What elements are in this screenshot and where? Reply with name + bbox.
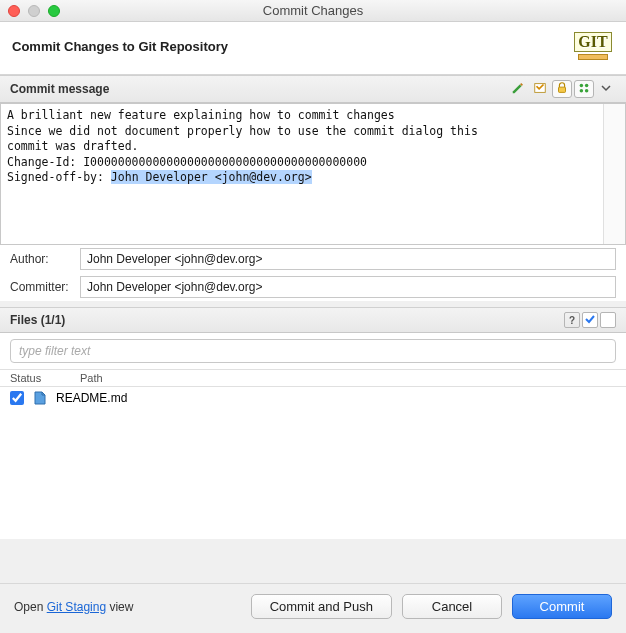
author-row: Author: — [0, 245, 626, 273]
author-label: Author: — [10, 252, 72, 266]
files-label: Files (1/1) — [10, 313, 65, 327]
commit-message-text[interactable]: A brilliant new feature explaining how t… — [1, 104, 603, 244]
signoff-button[interactable] — [530, 80, 550, 98]
check-icon — [585, 313, 595, 327]
commit-message-label: Commit message — [10, 82, 109, 96]
help-button[interactable]: ? — [564, 312, 580, 328]
dialog-header: Commit Changes to Git Repository GIT — [0, 22, 626, 75]
files-filter-input[interactable] — [10, 339, 616, 363]
amend-icon — [511, 81, 525, 98]
commit-and-push-button[interactable]: Commit and Push — [251, 594, 392, 619]
footer-open-staging: Open Git Staging view — [14, 600, 241, 614]
commit-button[interactable]: Commit — [512, 594, 612, 619]
amend-commit-button[interactable] — [508, 80, 528, 98]
file-row-checkbox[interactable] — [10, 391, 24, 405]
files-toolbar: ? — [564, 312, 616, 328]
footer-text-pre: Open — [14, 600, 47, 614]
msg-line: Since we did not document properly how t… — [7, 124, 597, 140]
svg-point-2 — [580, 83, 584, 87]
author-input[interactable] — [80, 248, 616, 270]
lock-icon — [555, 81, 569, 98]
file-icon — [32, 390, 48, 406]
files-table: Status Path README.md — [0, 369, 626, 539]
signoff-prefix: Signed-off-by: — [7, 170, 111, 184]
files-table-header: Status Path — [0, 370, 626, 387]
footer-text-post: view — [106, 600, 133, 614]
window-title: Commit Changes — [0, 3, 626, 18]
msg-line: Signed-off-by: John Developer <john@dev.… — [7, 170, 597, 186]
committer-input[interactable] — [80, 276, 616, 298]
cancel-button[interactable]: Cancel — [402, 594, 502, 619]
uncheck-all-button[interactable] — [600, 312, 616, 328]
svg-point-5 — [585, 88, 589, 92]
git-logo: GIT — [572, 28, 614, 64]
git-logo-bar — [578, 54, 608, 60]
msg-line: A brilliant new feature explaining how t… — [7, 108, 597, 124]
git-staging-link[interactable]: Git Staging — [47, 600, 106, 614]
svg-point-4 — [580, 88, 584, 92]
col-path[interactable]: Path — [80, 372, 616, 384]
page-title: Commit Changes to Git Repository — [12, 39, 228, 54]
more-options-button[interactable] — [596, 80, 616, 98]
msg-line: commit was drafted. — [7, 139, 597, 155]
chevron-down-icon — [601, 82, 611, 96]
file-path: README.md — [56, 391, 127, 405]
table-row[interactable]: README.md — [0, 387, 626, 409]
commit-message-gutter — [603, 104, 625, 244]
signoff-icon — [533, 81, 547, 98]
commit-message-container: A brilliant new feature explaining how t… — [0, 103, 626, 245]
changeid-icon — [577, 81, 591, 98]
committer-label: Committer: — [10, 280, 72, 294]
dialog-footer: Open Git Staging view Commit and Push Ca… — [0, 583, 626, 633]
files-section-header: Files (1/1) ? — [0, 307, 626, 333]
window-titlebar: Commit Changes — [0, 0, 626, 22]
commit-message-section-header: Commit message — [0, 75, 626, 103]
files-filter-wrap — [0, 333, 626, 369]
lock-button[interactable] — [552, 80, 572, 98]
question-icon: ? — [569, 315, 575, 326]
svg-rect-1 — [559, 87, 566, 92]
committer-row: Committer: — [0, 273, 626, 301]
commit-message-textarea[interactable]: A brilliant new feature explaining how t… — [0, 103, 626, 245]
svg-point-3 — [585, 83, 589, 87]
check-all-button[interactable] — [582, 312, 598, 328]
msg-line: Change-Id: I0000000000000000000000000000… — [7, 155, 597, 171]
commit-message-toolbar — [508, 80, 616, 98]
signoff-selection: John Developer <john@dev.org> — [111, 170, 312, 184]
git-logo-text: GIT — [574, 32, 611, 52]
col-status[interactable]: Status — [10, 372, 80, 384]
changeid-button[interactable] — [574, 80, 594, 98]
